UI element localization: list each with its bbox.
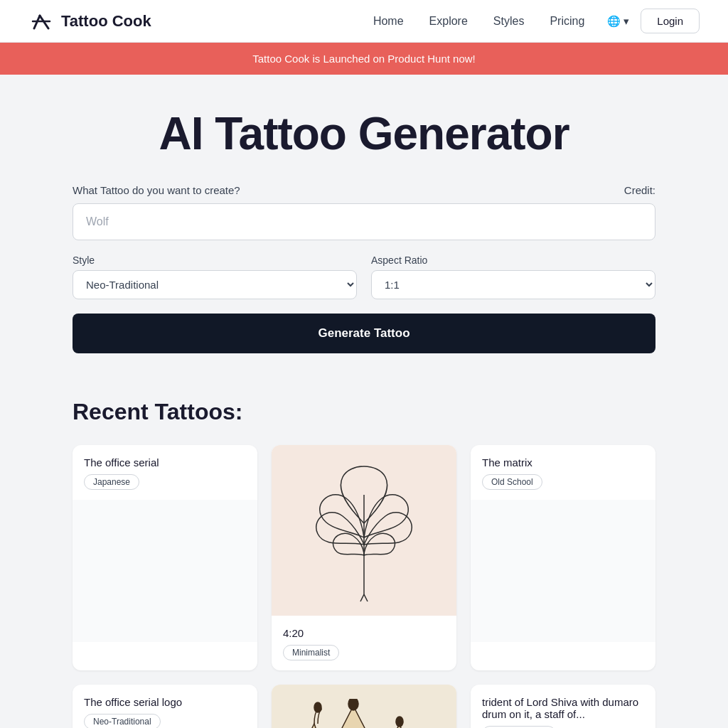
nav-pricing[interactable]: Pricing [550,15,584,28]
logo-area: Tattoo Cook [28,9,151,34]
credit-label: Credit: [624,184,655,196]
logo-text: Tattoo Cook [61,12,151,31]
tattoo-card-1[interactable]: The office serial Japanese [73,445,257,670]
card-3-image-placeholder [471,500,655,642]
page-title: AI Tattoo Generator [73,109,655,159]
card-2-title: 4:20 [283,627,445,639]
card-6-title: trident of Lord Shiva with dumaro drum o… [482,696,644,720]
aspect-ratio-select[interactable]: 1:1 4:3 3:4 16:9 [371,270,655,299]
lang-icon: 🌐 [607,15,621,28]
card-3-tag: Old School [482,474,542,490]
style-select[interactable]: Neo-Traditional Japanese Old School Mini… [73,270,357,299]
login-button[interactable]: Login [641,9,700,33]
style-selector-group: Style Neo-Traditional Japanese Old Schoo… [73,255,357,299]
card-2-body: 4:20 Minimalist [272,616,456,670]
card-4-tag: Neo-Traditional [84,714,161,728]
main-nav: Home Explore Styles Pricing [373,15,584,28]
form-header: What Tattoo do you want to create? Credi… [73,184,655,196]
nav-styles[interactable]: Styles [493,15,525,28]
main-content: AI Tattoo Generator What Tattoo do you w… [58,75,670,728]
tattoo-card-6[interactable]: trident of Lord Shiva with dumaro drum o… [471,685,655,728]
card-3-body: The matrix Old School [471,445,655,500]
generate-tattoo-button[interactable]: Generate Tattoo [73,314,655,353]
form-question-label: What Tattoo do you want to create? [73,184,240,196]
card-1-image-placeholder [73,500,257,642]
tattoo-form: What Tattoo do you want to create? Credi… [73,184,655,387]
logo-icon [28,9,54,34]
tattoo-card-4[interactable]: The office serial logo Neo-Traditional [73,685,257,728]
language-button[interactable]: 🌐 ▾ [607,15,629,28]
nav-explore[interactable]: Explore [429,15,468,28]
header: Tattoo Cook Home Explore Styles Pricing … [0,0,728,43]
card-5-image [272,685,456,728]
recent-tattoos-title: Recent Tattoos: [73,399,655,425]
card-1-body: The office serial Japanese [73,445,257,500]
svg-point-6 [314,702,321,712]
cannabis-leaf-svg [293,452,435,609]
svg-point-8 [396,717,403,727]
style-label: Style [73,255,357,266]
thai-art-svg [282,699,446,728]
tattoo-text-input[interactable] [73,203,655,240]
card-4-body: The office serial logo Neo-Traditional [73,685,257,728]
card-6-body: trident of Lord Shiva with dumaro drum o… [471,685,655,728]
banner-text: Tattoo Cook is Launched on Product Hunt … [252,53,476,65]
nav-home[interactable]: Home [373,15,404,28]
lang-chevron-icon: ▾ [623,15,629,28]
aspect-selector-group: Aspect Ratio 1:1 4:3 3:4 16:9 [371,255,655,299]
card-4-title: The office serial logo [84,696,246,708]
tattoo-card-2[interactable]: 4:20 Minimalist [272,445,456,670]
selectors-row: Style Neo-Traditional Japanese Old Schoo… [73,255,655,299]
card-1-tag: Japanese [84,474,139,490]
tattoo-card-5[interactable] [272,685,456,728]
card-2-image [272,445,456,616]
card-1-title: The office serial [84,456,246,469]
svg-point-7 [348,699,358,710]
svg-line-4 [360,594,364,601]
card-3-title: The matrix [482,456,644,469]
card-2-tag: Minimalist [283,645,339,660]
aspect-ratio-label: Aspect Ratio [371,255,655,266]
svg-line-5 [364,594,368,601]
announcement-banner: Tattoo Cook is Launched on Product Hunt … [0,43,728,75]
tattoo-card-3[interactable]: The matrix Old School [471,445,655,670]
recent-tattoos-section: Recent Tattoos: The office serial Japane… [73,399,655,728]
tattoos-grid: The office serial Japanese [73,445,655,728]
